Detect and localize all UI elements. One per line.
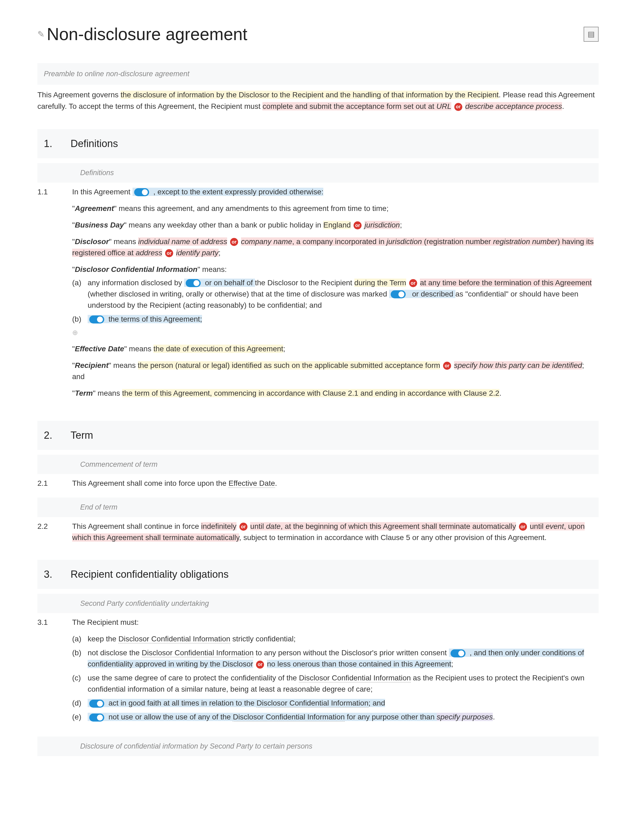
defined-term-link[interactable]: Disclosor Confidential Information <box>118 635 230 644</box>
or-badge[interactable]: or <box>454 103 462 111</box>
or-badge[interactable]: or <box>239 523 247 531</box>
defined-term-link[interactable]: Disclosor Confidential Information <box>142 649 253 657</box>
toggle-switch[interactable] <box>186 279 201 287</box>
toggle-switch[interactable] <box>89 699 104 708</box>
preamble-note: Preamble to online non-disclosure agreem… <box>38 63 598 85</box>
section-2-note1: Commencement of term <box>38 455 598 474</box>
section-3-note1: Second Party confidentiality undertaking <box>38 594 598 613</box>
definition-sub-a: (a) any information disclosed by or on b… <box>72 277 598 311</box>
or-badge[interactable]: or <box>230 238 238 246</box>
obligation-a: (a) keep the Disclosor Confidential Info… <box>72 633 598 644</box>
preamble-text: This Agreement governs the disclosure of… <box>38 85 598 117</box>
or-badge[interactable]: or <box>519 523 527 531</box>
toggle-switch[interactable] <box>134 188 149 196</box>
obligation-b: (b) not disclose the Disclosor Confident… <box>72 647 598 670</box>
toggle-switch[interactable] <box>89 316 104 324</box>
clause-2-2: 2.2 This Agreement shall continue in for… <box>38 517 598 547</box>
panel-toggle-icon[interactable]: ▤ <box>584 27 598 42</box>
or-badge[interactable]: or <box>165 249 173 257</box>
clause-1-1: 1.1 In this Agreement , except to the ex… <box>38 183 598 408</box>
defined-term-link[interactable]: Effective Date <box>228 479 275 488</box>
or-badge[interactable]: or <box>443 362 451 370</box>
or-badge[interactable]: or <box>256 661 264 669</box>
definition-sub-b: (b) the terms of this Agreement; <box>72 314 598 325</box>
clause-2-1: 2.1 This Agreement shall come into force… <box>38 474 598 493</box>
section-title: Definitions <box>71 136 118 151</box>
edit-icon: ✎ <box>38 28 45 41</box>
obligation-c: (c) use the same degree of care to prote… <box>72 673 598 695</box>
toggle-switch[interactable] <box>89 714 104 722</box>
toggle-switch[interactable] <box>391 291 406 298</box>
section-2-header: 2. Term <box>38 421 598 450</box>
header: ✎ Non-disclosure agreement ▤ <box>38 21 598 47</box>
section-3-note2: Disclosure of confidential information b… <box>38 737 598 756</box>
section-2-note2: End of term <box>38 497 598 517</box>
add-item-icon[interactable]: ⊕ <box>72 327 598 338</box>
section-3-header: 3. Recipient confidentiality obligations <box>38 560 598 589</box>
or-badge[interactable]: or <box>409 279 417 287</box>
defined-term-link[interactable]: Disclosor Confidential Information <box>299 674 411 682</box>
section-1-note: Definitions <box>38 163 598 183</box>
document-title: Non-disclosure agreement <box>47 21 247 47</box>
section-1-header: 1. Definitions <box>38 129 598 158</box>
or-badge[interactable]: or <box>354 221 362 229</box>
section-number: 1. <box>44 136 55 151</box>
toggle-switch[interactable] <box>450 649 466 657</box>
clause-3-1: 3.1 The Recipient must: (a) keep the Dis… <box>38 613 598 732</box>
obligation-d: (d) act in good faith at all times in re… <box>72 698 598 709</box>
clause-number: 1.1 <box>38 186 61 404</box>
obligation-e: (e) not use or allow the use of any of t… <box>72 711 598 723</box>
